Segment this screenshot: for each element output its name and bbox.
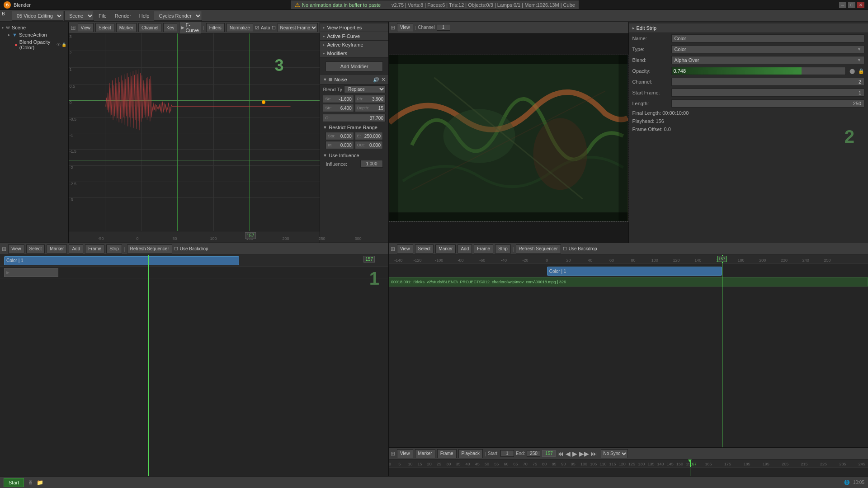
play-btn[interactable]: ▶ (572, 450, 577, 457)
color-strip[interactable]: Color | 1 (4, 256, 239, 265)
file-menu[interactable]: File (95, 11, 110, 21)
blend-value[interactable]: Alpha Over ▼ (671, 56, 865, 64)
scene-item[interactable]: ▸ ⊕ Scene (0, 23, 68, 31)
backdrop-label2: Use Backdrop (569, 246, 597, 251)
seq-view-btn2[interactable]: View (397, 244, 413, 253)
strip-header-arrow: ▸ (632, 26, 635, 30)
restrict-frame-header[interactable]: ▼ Restrict Frame Range (323, 124, 386, 131)
tl-view-btn[interactable]: View (397, 449, 413, 458)
in-field[interactable]: In: 0.000 (326, 141, 354, 149)
sequencer-lower-left: ⊞ View Select Marker Add Frame Strip | R… (0, 243, 388, 488)
filters-btn[interactable]: Filters (206, 23, 225, 32)
jump-start-btn[interactable]: ⏮ (557, 450, 564, 457)
start-frame-value[interactable]: 1 (671, 89, 865, 97)
select-menu-btn[interactable]: Select (95, 23, 114, 32)
e-field[interactable]: E: 250.000 (355, 132, 383, 140)
sep3: | (415, 25, 416, 30)
channel-menu-btn[interactable]: Channel (138, 23, 161, 32)
tl-frame-btn[interactable]: Frame (437, 449, 457, 458)
scene-dropdown[interactable]: Scene (64, 11, 94, 21)
restrict-frame-label: Restrict Frame Range (329, 125, 377, 130)
minimize-button[interactable]: ─ (839, 2, 846, 8)
out-field[interactable]: Out: 0.000 (355, 141, 383, 149)
add-modifier-btn[interactable]: Add Modifier (326, 61, 383, 71)
render-engine-dropdown[interactable]: Cycles Render (154, 11, 202, 21)
sequencer-main-toolbar: ⊞ View Select Marker Add Frame Strip | R… (389, 243, 868, 255)
seq-select-btn2[interactable]: Select (415, 244, 434, 253)
fcurve-dropdown[interactable]: ▶ F-Curve (179, 21, 201, 34)
noise-close-icon[interactable]: ✕ (381, 76, 386, 83)
seq-marker-btn[interactable]: Marker (47, 244, 67, 253)
active-keyframe-header[interactable]: ▸ Active Keyframe (320, 41, 388, 49)
render-menu[interactable]: Render (111, 11, 135, 21)
tl-playback-btn[interactable]: Playback (458, 449, 483, 458)
noise-collapse-arrow[interactable]: ▼ (323, 77, 327, 82)
maximize-button[interactable]: □ (848, 2, 855, 8)
influence-value[interactable]: 1.000 (360, 160, 383, 168)
step-back-btn[interactable]: ◀ (566, 450, 571, 457)
eye-icon[interactable]: 👁 (57, 42, 61, 47)
end-value[interactable]: 250 (527, 450, 540, 457)
seq-view-btn[interactable]: View (8, 244, 24, 253)
start-button[interactable]: Start (4, 478, 24, 487)
current-frame-tl[interactable]: 157 (542, 450, 556, 457)
seq-add-btn2[interactable]: Add (458, 244, 472, 253)
color-strip-main[interactable]: Color | 1 (547, 267, 722, 276)
view-properties-header[interactable]: ▸ View Properties (320, 23, 388, 32)
taskbar-icon2[interactable]: 📁 (37, 479, 43, 486)
start-value[interactable]: 1 (500, 450, 514, 457)
ph-field[interactable]: Ph: 3.900 (355, 95, 386, 103)
normalize-btn[interactable]: Normalize (226, 23, 253, 32)
strip-name-row: Name: Color (629, 33, 868, 44)
blend-type-select[interactable]: Replace (344, 85, 386, 93)
refresh-seq-btn2[interactable]: Refresh Sequencer (516, 244, 561, 253)
scene-action-item[interactable]: ▸ ▼ SceneAction (0, 31, 68, 38)
tl-marker-btn[interactable]: Marker (415, 449, 435, 458)
opacity-lock-icon[interactable]: 🔒 (858, 68, 864, 74)
workspace-dropdown[interactable]: 05 Video Editing (12, 11, 63, 21)
seq-add-btn[interactable]: Add (69, 244, 83, 253)
snap-dropdown[interactable]: Nearest Frame (278, 23, 318, 32)
opacity-anim-icon[interactable]: ⬤ (849, 68, 855, 74)
use-influence-header[interactable]: ▼ Use Influence (323, 152, 386, 159)
name-value[interactable]: Color (671, 34, 865, 42)
taskbar-icon1[interactable]: 🖥 (28, 479, 33, 486)
tl-55: 55 (494, 462, 499, 466)
seq-strip-btn[interactable]: Strip (106, 244, 122, 253)
o-field[interactable]: O: 37.700 (323, 114, 386, 122)
seq-frame-btn2[interactable]: Frame (474, 244, 493, 253)
tl-0: 0 (389, 462, 391, 466)
seq-strip-btn2[interactable]: Strip (495, 244, 511, 253)
refresh-seq-btn[interactable]: Refresh Sequencer (127, 244, 172, 253)
blend-opacity-item[interactable]: ● Blend Opacity (Color) 👁 🔒 (0, 38, 68, 51)
auto-check2: ☐ (272, 25, 276, 30)
active-fcurve-header[interactable]: ▸ Active F-Curve (320, 32, 388, 41)
graph-canvas[interactable]: 3 2 1 0.5 0 -0.5 -1 -1.5 -2 -2.5 -3 (69, 33, 320, 231)
channel-value-preview[interactable]: 1 (437, 24, 450, 31)
str-field[interactable]: Str: 6.400 (323, 104, 354, 112)
movie-strip[interactable]: 00018.001: I:\doks_v2\studs\BLEND\_PROJE… (389, 277, 868, 286)
lock-icon[interactable]: 🔒 (61, 42, 66, 47)
modifiers-header[interactable]: ▸ Modifiers (320, 49, 388, 58)
view-menu-btn[interactable]: View (78, 23, 94, 32)
jump-end-btn[interactable]: ⏭ (591, 450, 597, 457)
seq-frame-btn[interactable]: Frame (85, 244, 104, 253)
key-menu-btn[interactable]: Key (163, 23, 177, 32)
depth-field[interactable]: Depth: 15 (355, 104, 386, 112)
seq-select-btn[interactable]: Select (26, 244, 45, 253)
channel-row-value[interactable]: 2 (671, 78, 865, 86)
help-menu[interactable]: Help (136, 11, 153, 21)
length-value[interactable]: 250 (671, 99, 865, 108)
seq-marker-btn2[interactable]: Marker (435, 244, 456, 253)
sta-field[interactable]: Sta: 0.000 (326, 132, 354, 140)
opacity-slider[interactable]: 0.748 (671, 67, 846, 75)
close-button[interactable]: ✕ (857, 2, 864, 8)
sync-dropdown[interactable]: No Sync (601, 449, 628, 458)
noise-mute-icon[interactable]: 🔊 (373, 77, 379, 83)
blender-menu-logo[interactable]: B (2, 11, 11, 20)
type-value[interactable]: Color ▼ (671, 45, 865, 53)
sc-field[interactable]: Sc: -1.600 (323, 95, 354, 103)
view-btn[interactable]: View (397, 23, 413, 32)
step-forward-btn[interactable]: ▶▶ (579, 450, 589, 457)
marker-menu-btn[interactable]: Marker (116, 23, 137, 32)
